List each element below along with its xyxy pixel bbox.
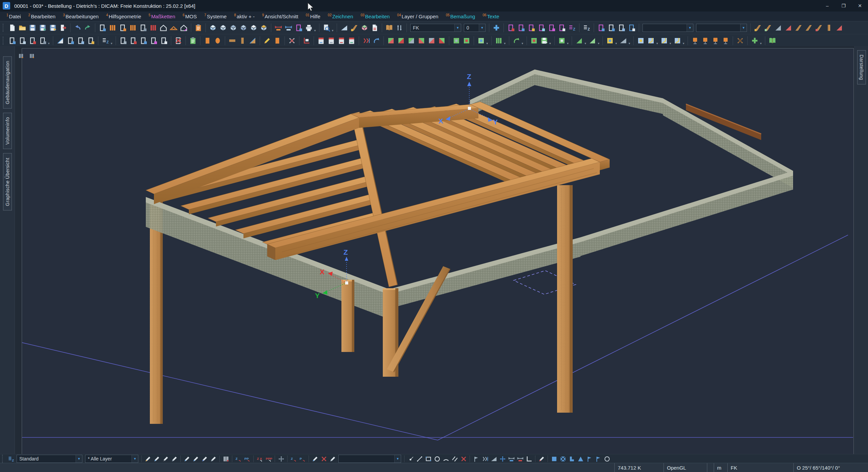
axis-dim-icon[interactable] xyxy=(507,455,515,463)
dim-blue-icon[interactable] xyxy=(284,23,293,32)
red-wedge-icon[interactable] xyxy=(835,23,844,32)
new-file-icon[interactable] xyxy=(8,23,17,32)
snap-line-icon[interactable] xyxy=(415,455,423,463)
menu-bearbeitungen[interactable]: 3Bearbeitungen xyxy=(59,13,102,20)
color-box-icon[interactable] xyxy=(360,23,369,32)
add-element-icon[interactable] xyxy=(492,23,501,32)
grid-ref-icon[interactable] xyxy=(222,455,230,463)
fk-combo-arrow[interactable]: ▼ xyxy=(454,24,461,32)
grid-green-icon[interactable] xyxy=(494,36,503,45)
roof-truss-icon[interactable] xyxy=(169,23,178,32)
snap-point-icon[interactable] xyxy=(407,455,415,463)
rect-orange-icon[interactable] xyxy=(203,36,212,45)
wood-beam-2-icon[interactable] xyxy=(804,23,813,32)
vp-grid-2-icon[interactable] xyxy=(28,53,35,59)
toolbar-grip[interactable] xyxy=(2,455,4,463)
save-as-icon[interactable] xyxy=(38,23,47,32)
cut-6-icon[interactable] xyxy=(437,36,446,45)
panel-flat-icon[interactable] xyxy=(56,36,65,45)
delete-x-icon[interactable] xyxy=(288,36,296,45)
layer-stack-icon[interactable]: Z xyxy=(7,455,15,463)
panel-text-icon[interactable] xyxy=(119,36,127,45)
m-one-icon[interactable] xyxy=(327,36,336,45)
wood-post-icon[interactable] xyxy=(825,23,833,32)
cut-2-icon[interactable] xyxy=(397,36,406,45)
menu-hilfsgeometrie[interactable]: 4Hilfsgeometrie xyxy=(102,13,145,20)
screen-view-icon[interactable] xyxy=(619,36,628,45)
menu-systeme[interactable]: 7Systeme xyxy=(200,13,230,20)
layer-combo[interactable]: * Alle Layer▼ xyxy=(85,455,138,463)
redo-icon[interactable] xyxy=(83,23,92,32)
flag-1-icon[interactable] xyxy=(585,455,593,463)
maximize-button[interactable]: ❐ xyxy=(835,0,852,12)
wall-dim-4-icon[interactable] xyxy=(627,23,636,32)
pen-diag-icon[interactable] xyxy=(183,455,191,463)
number-combo[interactable]: 0▼ xyxy=(464,24,486,32)
fill-square-icon[interactable] xyxy=(550,455,558,463)
wall-tool-2-icon[interactable] xyxy=(517,23,526,32)
menu-datei[interactable]: 1Datei xyxy=(3,13,25,20)
menu-zeichnen[interactable]: 02Zeichnen xyxy=(324,13,357,20)
x-wood-icon[interactable] xyxy=(736,36,745,45)
floor-plan-icon[interactable] xyxy=(118,23,127,32)
select-combo-2[interactable]: ▼ xyxy=(696,24,747,32)
minimize-button[interactable]: – xyxy=(819,0,835,12)
menu-texte[interactable]: 06Texte xyxy=(479,13,503,20)
open-project-icon[interactable] xyxy=(18,23,27,32)
number-combo-arrow[interactable]: ▼ xyxy=(479,24,485,32)
panel-tall-icon[interactable] xyxy=(273,36,282,45)
dim-red-icon[interactable] xyxy=(274,23,283,32)
m-delete-icon[interactable] xyxy=(337,36,346,45)
pen-free-icon[interactable] xyxy=(144,455,152,463)
toolbar-grip[interactable] xyxy=(3,37,5,45)
panel-warn-icon[interactable] xyxy=(129,36,138,45)
pen-flash-icon[interactable] xyxy=(200,455,209,463)
beam-horizontal-icon[interactable] xyxy=(228,36,237,45)
view-cube-4-icon[interactable] xyxy=(249,23,258,32)
close-button[interactable]: ✕ xyxy=(852,0,868,12)
plan-red-icon[interactable] xyxy=(149,23,158,32)
level-shift-icon[interactable] xyxy=(395,23,404,32)
pen-slash-icon[interactable] xyxy=(209,455,217,463)
z-curve-icon[interactable]: Z xyxy=(290,455,298,463)
wall-grid-icon[interactable] xyxy=(129,23,137,32)
style-combo-arrow[interactable]: ▼ xyxy=(76,455,82,463)
print-icon[interactable] xyxy=(304,23,313,32)
cut-1-icon[interactable] xyxy=(387,36,395,45)
view-cube-1-icon[interactable] xyxy=(219,23,228,32)
wall-tool-1-icon[interactable] xyxy=(507,23,515,32)
fk-combo[interactable]: FK▼ xyxy=(410,24,461,32)
cut-5-icon[interactable] xyxy=(427,36,436,45)
mirror-flag-icon[interactable] xyxy=(472,455,480,463)
style-combo[interactable]: Standard▼ xyxy=(17,455,82,463)
move-xy-icon[interactable] xyxy=(498,455,507,463)
m-doc-icon[interactable] xyxy=(317,36,326,45)
plan-import-icon[interactable] xyxy=(139,23,147,32)
fill-triangle-icon[interactable] xyxy=(576,455,585,463)
menu-layer-gruppen[interactable]: 04Layer / Gruppen xyxy=(393,13,442,20)
snap-parallel-icon[interactable] xyxy=(451,455,459,463)
panel-move-icon[interactable] xyxy=(28,36,37,45)
view-cube-3-icon[interactable] xyxy=(239,23,248,32)
gl-texture-icon[interactable] xyxy=(350,23,359,32)
view-cube-5-icon[interactable] xyxy=(259,23,268,32)
menu-hilfe[interactable]: 01Hilfe xyxy=(302,13,324,20)
move-all-icon[interactable] xyxy=(277,455,285,463)
panel-a-icon[interactable] xyxy=(66,36,75,45)
panel-dot-icon[interactable] xyxy=(18,36,27,45)
zx-dim-icon[interactable]: Z X xyxy=(256,455,264,463)
pen-t-icon[interactable] xyxy=(311,455,319,463)
red-beam-icon[interactable] xyxy=(784,23,793,32)
snap-combo-arrow[interactable]: ▼ xyxy=(394,455,401,463)
menu-bearbeiten[interactable]: 03Bearbeiten xyxy=(357,13,394,20)
flag-2-icon[interactable] xyxy=(594,455,602,463)
select-combo-1[interactable]: ▼ xyxy=(643,24,693,32)
v-clamp-icon[interactable] xyxy=(362,36,371,45)
pen-grid-icon[interactable] xyxy=(161,455,170,463)
wall-panel-icon[interactable] xyxy=(108,23,117,32)
ppp-dim-icon[interactable]: PPP xyxy=(264,455,273,463)
clip-x-icon[interactable] xyxy=(559,455,567,463)
snap-rect-icon[interactable] xyxy=(424,455,432,463)
stamp-icon[interactable] xyxy=(490,455,498,463)
pipe-s2-icon[interactable] xyxy=(673,36,682,45)
